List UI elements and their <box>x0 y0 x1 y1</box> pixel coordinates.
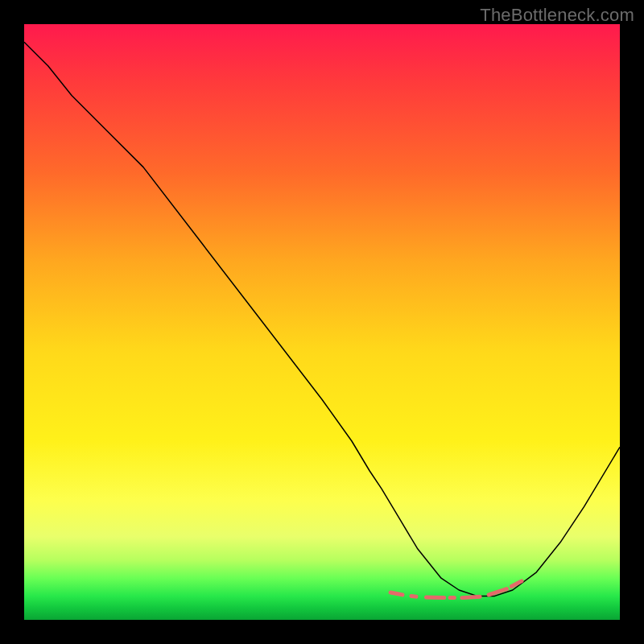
optimal-band-markers-segment <box>489 589 506 595</box>
optimal-band-markers-segment <box>390 592 402 595</box>
optimal-band-markers-segment <box>411 596 416 597</box>
optimal-band-markers-segment <box>511 581 522 587</box>
plot-area <box>24 24 620 620</box>
bottleneck-chart-svg <box>24 24 620 620</box>
bottleneck-curve <box>24 42 620 596</box>
chart-frame: TheBottleneck.com <box>0 0 644 644</box>
watermark-text: TheBottleneck.com <box>480 5 634 26</box>
optimal-band-markers-segment <box>427 597 444 598</box>
optimal-band-markers-segment <box>462 597 480 597</box>
